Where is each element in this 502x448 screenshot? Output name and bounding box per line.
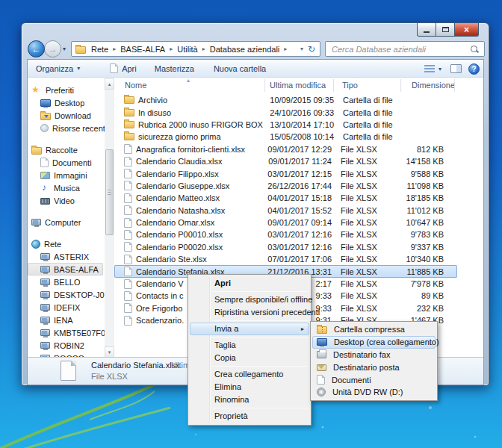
file-row-calendario-omar-xlsx[interactable]: Calendario Omar.xlsx09/01/2017 09:14File…: [114, 217, 483, 228]
send-to-item-destinatario-posta[interactable]: Destinatario posta: [312, 361, 436, 373]
send-to-item-desktop-crea-collegamento[interactable]: Desktop (crea collegamento): [312, 336, 436, 349]
search-input[interactable]: [330, 44, 470, 55]
send-to-item-label: Cartella compressa: [334, 325, 405, 334]
network-icon: [31, 240, 40, 249]
file-row-calendario-giuseppe-xlsx[interactable]: Calendario Giuseppe.xlsx26/12/2016 17:44…: [114, 180, 483, 192]
breadcrumb-item-rete[interactable]: Rete: [90, 44, 110, 55]
send-to-item-documenti[interactable]: Documenti: [312, 373, 436, 386]
open-button[interactable]: Apri: [104, 61, 143, 76]
send-to-item-label: Destinatario posta: [333, 363, 400, 372]
address-bar[interactable]: Rete▸BASE-ALFA▸Utilità▸Database aziendal…: [71, 41, 320, 57]
send-to-item-cartella-compressa[interactable]: Cartella compressa: [312, 323, 436, 336]
context-menu-item-rinomina[interactable]: Rinomina: [190, 393, 309, 406]
sidebar-item-desktop[interactable]: Desktop: [28, 96, 105, 109]
file-row-calendario-natasha-xlsx[interactable]: Calendario Natasha.xlsx04/01/2017 15:52F…: [114, 205, 483, 217]
organize-button[interactable]: Organizza ▾: [30, 61, 86, 76]
breadcrumb-item-base-alfa[interactable]: BASE-ALFA: [119, 44, 167, 55]
scroll-up-button[interactable]: ▴: [105, 78, 114, 90]
sidebar-item-idefix[interactable]: IDEFIX: [28, 301, 105, 314]
context-menu-item-propriet[interactable]: Proprietà: [190, 410, 309, 423]
file-icon: [124, 169, 132, 178]
selected-file-icon: [61, 361, 76, 381]
context-menu-item-crea-collegamento[interactable]: Crea collegamento: [190, 368, 309, 381]
scroll-down-button[interactable]: ▾: [105, 346, 114, 358]
desktop-icon: [317, 338, 327, 346]
column-header-tipo[interactable]: Tipo: [333, 78, 400, 93]
burn-button[interactable]: Masterizza: [149, 61, 200, 76]
sidebar-item-label: Download: [55, 111, 91, 120]
context-menu-item-invia-a[interactable]: Invia a▸: [190, 323, 309, 335]
close-button[interactable]: ×: [454, 23, 479, 37]
sidebar-scrollbar[interactable]: ▴ ▾: [105, 78, 114, 358]
refresh-button[interactable]: ↻: [306, 44, 320, 55]
context-menu-item-taglia[interactable]: Taglia: [190, 339, 309, 352]
file-row-calendario-p00020-xlsx[interactable]: Calendario P00020.xlsx03/01/2017 12:16Fi…: [114, 241, 483, 253]
sidebar-item-immagini[interactable]: Immagini: [28, 169, 105, 181]
help-button[interactable]: ?: [468, 63, 480, 75]
sidebar-group-raccolte: RaccolteDocumentiImmaginiMusicaVideo: [28, 143, 105, 207]
sidebar-item-kmbt5e07f0[interactable]: KMBT5E07F0: [28, 326, 105, 339]
folder-icon: [124, 133, 134, 140]
back-button[interactable]: ←: [28, 40, 45, 57]
sidebar-item-desktop-j0ba[interactable]: DESKTOP-J0BA: [28, 288, 105, 301]
file-row-anagrafica-fornitori-clienti-xlsx[interactable]: Anagrafica fornitori-clienti.xlsx09/01/2…: [114, 143, 483, 155]
new-folder-button[interactable]: Nuova cartella: [208, 61, 272, 76]
sidebar-item-bello[interactable]: BELLO: [28, 276, 105, 288]
send-to-item-destinatario-fax[interactable]: Destinatario fax: [312, 349, 436, 361]
forward-button[interactable]: →: [44, 40, 61, 57]
context-menu-item-apri[interactable]: Apri: [190, 277, 309, 290]
file-name: Anagrafica fornitori-clienti.xlsx: [136, 145, 263, 154]
folder-icon: [124, 109, 134, 116]
sidebar-item-robin2[interactable]: ROBIN2: [28, 339, 105, 352]
breadcrumb-item-database-aziendali[interactable]: Database aziendali: [208, 44, 282, 55]
context-menu-item-copia[interactable]: Copia: [190, 352, 309, 364]
sidebar-group-label: Computer: [45, 218, 81, 227]
search-icon[interactable]: [470, 45, 479, 54]
sidebar-item-video[interactable]: Video: [28, 194, 105, 207]
file-row-calendario-ste-xlsx[interactable]: Calendario Ste.xlsx07/01/2017 17:06File …: [114, 253, 483, 265]
sidebar-item-label: IDEFIX: [54, 303, 80, 312]
minimize-button[interactable]: [417, 23, 436, 37]
sidebar-group-raccolte-header[interactable]: Raccolte: [28, 143, 105, 156]
context-menu-item-ripristina-versioni-precedenti[interactable]: Ripristina versioni precedenti: [190, 306, 309, 319]
file-row-calendario-matteo-xlsx[interactable]: Calendario Matteo.xlsx04/01/2017 15:18Fi…: [114, 192, 483, 204]
context-menu-item-elimina[interactable]: Elimina: [190, 381, 309, 393]
sidebar-item-risorse-recenti[interactable]: Risorse recenti: [28, 122, 105, 134]
file-row-calendario-p00010-xlsx[interactable]: Calendario P00010.xlsx03/01/2017 12:16Fi…: [114, 228, 483, 240]
file-row-rubrica-2000-inuso-frigor-box[interactable]: Rubrica 2000 inuso FRIGOR BOX13/10/2014 …: [114, 119, 483, 131]
history-dropdown-button[interactable]: ▾: [63, 46, 66, 52]
file-type: File XLSX: [332, 157, 390, 166]
maximize-button[interactable]: [436, 23, 455, 37]
send-to-item-unit-dvd-rw-d[interactable]: Unità DVD RW (D:): [312, 386, 436, 399]
file-size: 10'340 KB: [390, 255, 444, 264]
sidebar-item-base-alfa[interactable]: BASE-ALFA: [28, 263, 103, 276]
scrollbar-thumb[interactable]: [105, 149, 114, 235]
file-row-in-disuso[interactable]: In disuso24/10/2016 09:33Cartella di fil…: [114, 106, 483, 118]
sidebar-item-asterix[interactable]: ASTERIX: [28, 250, 105, 263]
minimize-icon: [424, 31, 430, 33]
sidebar-item-download[interactable]: Download: [28, 109, 105, 122]
sidebar-group-rete-header[interactable]: Rete: [28, 237, 105, 250]
sidebar-item-iena[interactable]: IENA: [28, 314, 105, 326]
file-type: File XLSX: [332, 230, 390, 239]
views-button[interactable]: ▾: [421, 61, 444, 76]
file-row-archivio[interactable]: Archivio10/09/2015 09:35Cartella di file: [114, 94, 483, 106]
sidebar-group-computer-header[interactable]: Computer: [28, 216, 105, 228]
send-to-item-label: Destinatario fax: [333, 350, 390, 359]
breadcrumb-item-utilit[interactable]: Utilità: [176, 44, 199, 55]
file-size: 14'158 KB: [390, 157, 444, 166]
caption-buttons: ×: [418, 23, 479, 37]
file-row-sicurezza-giorno-prima[interactable]: sicurezza giorno prima15/05/2008 10:14Ca…: [114, 131, 483, 143]
preview-pane-button[interactable]: [450, 64, 462, 73]
context-menu-item-sempre-disponibile-i-offline[interactable]: Sempre disponibile/i offline: [190, 293, 309, 306]
file-row-calendario-filippo-xlsx[interactable]: Calendario Filippo.xlsx03/01/2017 12:15F…: [114, 167, 483, 179]
file-row-calendario-claudia-xlsx[interactable]: Calendario Claudia.xlsx09/01/2017 11:24F…: [114, 155, 483, 167]
file-type: File XLSX: [332, 243, 390, 252]
sidebar-group-preferiti-header[interactable]: Preferiti: [28, 84, 105, 96]
column-header-dimensione[interactable]: Dimensione: [400, 78, 457, 93]
sidebar-item-musica[interactable]: Musica: [28, 181, 105, 194]
breadcrumb-separator-icon: ▸: [199, 46, 208, 52]
sidebar-item-documenti[interactable]: Documenti: [28, 156, 105, 169]
address-dropdown-button[interactable]: ▾: [297, 46, 306, 52]
column-header-ultima-modifica[interactable]: Ultima modifica: [264, 78, 333, 93]
